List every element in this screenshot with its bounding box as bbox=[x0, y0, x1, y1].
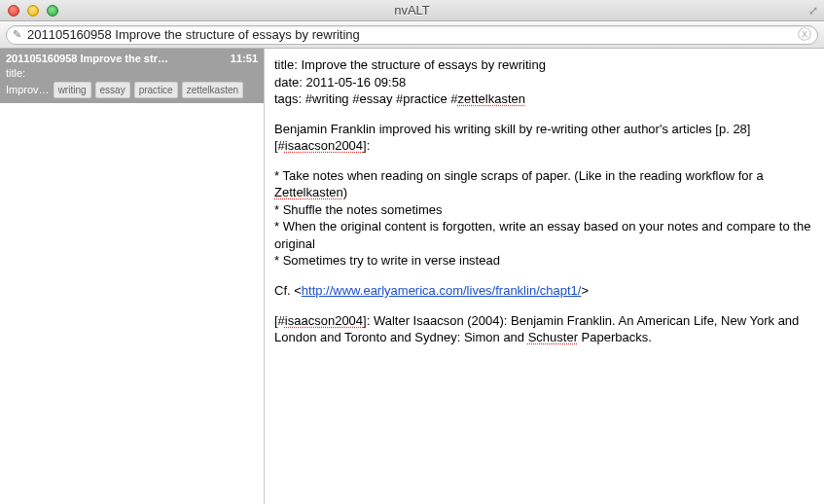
sidebar-empty-area[interactable] bbox=[0, 103, 264, 504]
external-link[interactable]: http://www.earlyamerica.com/lives/frankl… bbox=[302, 283, 582, 298]
note-line-tags: tags: #writing #essay #practice #zettelk… bbox=[274, 90, 814, 108]
search-toolbar: ✎ ⓧ bbox=[0, 21, 824, 49]
note-reference: [#isaacson2004]: Walter Isaacson (2004):… bbox=[274, 312, 814, 346]
note-item-preview: Improv… bbox=[6, 83, 50, 97]
tag-pill[interactable]: practice bbox=[134, 82, 178, 99]
main-split: 201105160958 Improve the str… 11:51 titl… bbox=[0, 49, 824, 504]
tag-pill[interactable]: writing bbox=[54, 82, 91, 99]
traffic-lights bbox=[0, 5, 58, 17]
note-bullet: * When the original content is forgotten… bbox=[274, 218, 814, 252]
note-editor[interactable]: title: Improve the structure of essays b… bbox=[265, 49, 824, 504]
note-line-title: title: Improve the structure of essays b… bbox=[274, 56, 814, 74]
window-titlebar: nvALT ⤢ bbox=[0, 0, 824, 21]
note-line-date: date: 2011-05-16 09:58 bbox=[274, 74, 814, 91]
window-title: nvALT bbox=[0, 3, 824, 18]
note-item-subtitle: title: bbox=[6, 66, 258, 81]
search-field-wrap[interactable]: ✎ ⓧ bbox=[6, 25, 818, 45]
search-input[interactable] bbox=[27, 27, 792, 42]
notes-sidebar: 201105160958 Improve the str… 11:51 titl… bbox=[0, 49, 265, 504]
note-item-title: 201105160958 Improve the str… bbox=[6, 52, 168, 66]
note-body-intro: Benjamin Franklin improved his writing s… bbox=[274, 121, 814, 155]
tag-pill[interactable]: zettelkasten bbox=[182, 82, 243, 99]
pencil-icon: ✎ bbox=[13, 28, 21, 41]
close-icon[interactable] bbox=[8, 5, 19, 17]
note-list-item-selected[interactable]: 201105160958 Improve the str… 11:51 titl… bbox=[0, 49, 264, 103]
note-item-time: 11:51 bbox=[227, 52, 258, 66]
zoom-icon[interactable] bbox=[47, 5, 58, 17]
note-bullet: * Sometimes try to write in verse instea… bbox=[274, 252, 814, 270]
note-bullet: * Shuffle the notes sometimes bbox=[274, 201, 814, 219]
fullscreen-icon[interactable]: ⤢ bbox=[808, 4, 818, 18]
clear-icon[interactable]: ⓧ bbox=[798, 26, 811, 44]
note-bullet: * Take notes when reading on single scra… bbox=[274, 167, 814, 201]
tag-pill[interactable]: essay bbox=[95, 82, 130, 99]
minimize-icon[interactable] bbox=[27, 5, 39, 17]
note-cf-line: Cf. <http://www.earlyamerica.com/lives/f… bbox=[274, 282, 814, 300]
